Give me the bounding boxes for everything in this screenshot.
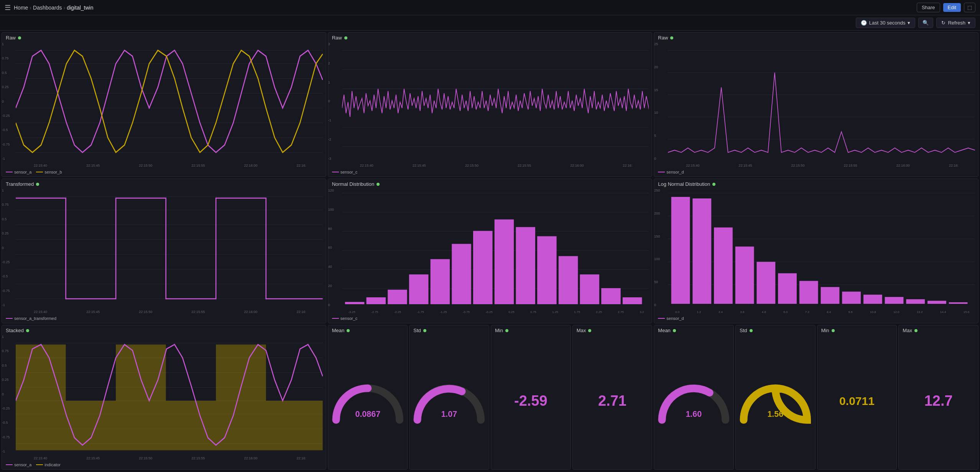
chevron-down-icon: ▾	[908, 20, 910, 26]
min-label-l: Min	[495, 328, 503, 333]
std-gauge-area: 1.07	[409, 334, 489, 469]
panel-title-text-n: Normal Distribution	[332, 181, 375, 187]
dashboard: Raw 10.750.50.250-0.25-0.5-0.75-1	[0, 31, 980, 471]
gauge-svg-std-r: 1.56	[737, 334, 814, 468]
status-dot-2	[344, 36, 347, 39]
panel-min-right: Min 0.0711	[817, 325, 897, 470]
svg-rect-59	[821, 287, 840, 304]
clock-icon: 🕐	[861, 20, 867, 26]
chart-area-raw-1: 10.750.50.250-0.25-0.5-0.75-1 22:15:4022…	[2, 41, 326, 169]
panel-raw-2: Raw 3210-1-2-3 22:15:4022:15:4522:15:502…	[328, 32, 653, 177]
chart-area-normal: 120100806040200	[328, 188, 652, 315]
status-dot-sl	[423, 329, 426, 332]
x-axis-s: 22:15:4022:15:4522:15:5022:15:5522:16:00…	[14, 455, 326, 462]
max-stat-area-r: 12.7	[899, 334, 978, 469]
legend-line-b	[36, 172, 43, 172]
gauge-svg-mean-r: 1.60	[656, 334, 732, 468]
time-range-button[interactable]: 🕐 Last 30 seconds ▾	[856, 18, 916, 28]
home-link[interactable]: Home	[14, 5, 28, 11]
std-label-l: Std	[413, 328, 421, 333]
panel-title-transformed: Transformed	[2, 179, 326, 188]
status-dot-3	[670, 36, 673, 39]
breadcrumb-sep1: ›	[30, 5, 31, 11]
status-dot-minl	[505, 329, 508, 332]
panel-title-text-2: Raw	[332, 35, 342, 41]
svg-rect-61	[863, 295, 882, 304]
legend-label-cn: sensor_c	[340, 316, 358, 321]
min-stat-area: -2.59	[491, 334, 571, 469]
panel-title-lognormal: Log Normal Distribution	[654, 179, 978, 188]
mean-label-r: Mean	[658, 328, 671, 333]
refresh-button[interactable]: ↻ Refresh ▾	[936, 18, 975, 28]
legend-transformed: sensor_a_transformed	[2, 315, 326, 323]
panel-title-min-r: Min	[817, 325, 897, 334]
svg-rect-41	[516, 228, 535, 304]
legend-normal: sensor_c	[328, 315, 652, 323]
legend-line-cn	[332, 318, 339, 319]
chart-svg-raw-3	[668, 43, 975, 161]
panel-title-text-s: Stacked	[6, 328, 24, 333]
current-page: digital_twin	[67, 5, 93, 11]
svg-rect-45	[602, 288, 620, 304]
panel-title-mean-r: Mean	[654, 325, 733, 334]
min-label-r: Min	[821, 328, 829, 333]
tv-button[interactable]: ⬚	[964, 3, 975, 12]
legend-raw-1: sensor_a sensor_b	[2, 169, 326, 177]
svg-rect-34	[367, 298, 385, 304]
legend-label-as: sensor_a	[14, 462, 31, 467]
panel-title-min-l: Min	[491, 325, 571, 334]
legend-sensor-a: sensor_a	[6, 170, 31, 174]
svg-rect-39	[474, 231, 492, 304]
topbar-right: Share Edit ⬚	[917, 3, 975, 12]
status-dot	[18, 36, 21, 39]
panel-title-std-l: Std	[409, 325, 489, 334]
panel-log-normal: Log Normal Distribution 250200150100500	[654, 179, 978, 323]
panel-title-raw-1: Raw	[2, 33, 326, 41]
mean-gauge-area: 0.0867	[328, 334, 408, 469]
svg-rect-54	[714, 228, 733, 304]
status-dot-maxr	[914, 329, 918, 332]
chart-svg-stacked	[16, 336, 323, 454]
legend-line-c	[332, 172, 339, 172]
legend-line-at	[6, 318, 13, 319]
legend-stacked: sensor_a indicator	[2, 462, 326, 469]
legend-sensor-b: sensor_b	[36, 170, 62, 174]
y-axis-ln: 250200150100500	[654, 188, 666, 308]
panel-title-text: Raw	[6, 35, 16, 41]
time-range-label: Last 30 seconds	[869, 20, 906, 26]
svg-rect-43	[559, 256, 577, 304]
min-value-left: -2.59	[514, 393, 548, 409]
panel-stacked: Stacked 10.750.50.250-0.25-0.5-0.75-1	[2, 325, 326, 470]
x-axis-2: 22:15:4022:15:4522:15:5022:15:5522:16:00…	[340, 162, 652, 169]
zoom-button[interactable]: 🔍	[918, 18, 933, 28]
chart-area-raw-2: 3210-1-2-3 22:15:4022:15:4522:15:5022:15…	[328, 41, 652, 169]
dashboards-link[interactable]: Dashboards	[33, 5, 62, 11]
svg-rect-58	[799, 281, 818, 304]
status-dot-maxl	[588, 329, 591, 332]
panel-title-mean-l: Mean	[328, 325, 408, 334]
toolbar: 🕐 Last 30 seconds ▾ 🔍 ↻ Refresh ▾	[0, 15, 980, 31]
edit-button[interactable]: Edit	[943, 3, 961, 12]
legend-sensor-c-nd: sensor_c	[332, 316, 358, 321]
share-button[interactable]: Share	[917, 3, 940, 12]
panel-max-right: Max 12.7	[898, 325, 978, 470]
svg-text:1.07: 1.07	[441, 410, 457, 419]
svg-marker-74	[16, 344, 323, 450]
chart-area-raw-3: 2520151050 22:15:4022:15:4522:15:5022:15…	[654, 41, 978, 169]
std-gauge-area-r: 1.56	[736, 334, 815, 469]
svg-rect-36	[409, 275, 428, 304]
svg-rect-63	[906, 299, 925, 304]
chart-svg-normal	[342, 189, 649, 308]
max-label-r: Max	[903, 328, 912, 333]
chart-svg-raw-1	[16, 43, 323, 161]
hamburger-icon[interactable]: ☰	[5, 3, 11, 12]
legend-label-b: sensor_b	[44, 170, 62, 174]
svg-rect-35	[388, 290, 407, 304]
std-label-r: Std	[740, 328, 747, 333]
refresh-chevron-icon: ▾	[968, 20, 970, 26]
legend-label-c: sensor_c	[340, 170, 358, 174]
status-dot-sr	[750, 329, 753, 332]
breadcrumb-sep2: ›	[64, 5, 66, 11]
svg-text:1.56: 1.56	[767, 410, 783, 419]
legend-raw-3: sensor_d	[654, 169, 978, 177]
